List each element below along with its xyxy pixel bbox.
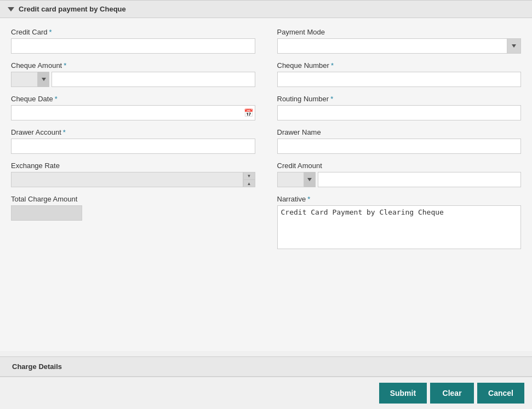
credit-currency-select[interactable] [277, 172, 316, 187]
payment-mode-wrapper [277, 38, 522, 54]
routing-number-label: Routing Number* [277, 95, 522, 103]
cheque-number-input[interactable] [277, 72, 522, 87]
left-column: Credit Card* Cheque Amount* [11, 28, 255, 258]
total-charge-row: Total Charge Amount [11, 195, 255, 221]
cancel-button[interactable]: Cancel [477, 383, 524, 404]
drawer-name-input[interactable] [277, 139, 522, 154]
credit-card-row: Credit Card* [11, 28, 255, 54]
payment-mode-label: Payment Mode [277, 28, 522, 36]
exchange-rate-label: Exchange Rate [11, 162, 255, 170]
exchange-rate-input[interactable] [11, 172, 243, 187]
drawer-account-row: Drawer Account* [11, 128, 255, 154]
credit-card-input[interactable] [11, 38, 255, 54]
cheque-date-label: Cheque Date* [11, 95, 255, 103]
credit-card-section-header[interactable]: Credit card payment by Cheque [0, 0, 532, 18]
cheque-date-row: Cheque Date* 📅 [11, 95, 255, 120]
collapse-icon [8, 7, 14, 11]
section-title: Credit card payment by Cheque [19, 5, 126, 13]
cheque-date-wrapper: 📅 [11, 105, 255, 120]
cheque-date-input[interactable] [11, 105, 255, 120]
calendar-icon[interactable]: 📅 [244, 108, 253, 117]
routing-number-row: Routing Number* [277, 95, 522, 120]
charge-details-title: Charge Details [12, 362, 62, 371]
cheque-number-label: Cheque Number* [277, 61, 522, 70]
credit-card-label: Credit Card* [11, 28, 255, 36]
cheque-amount-inputs [11, 72, 255, 87]
exchange-rate-spinner: ▼ ▲ [11, 172, 255, 187]
footer-bar: Submit Clear Cancel [0, 377, 532, 409]
submit-button[interactable]: Submit [379, 383, 427, 404]
credit-amount-input[interactable] [318, 172, 522, 187]
narrative-row: Narrative* Credit Card Payment by Cleari… [277, 195, 522, 251]
cheque-currency-wrapper [11, 72, 49, 87]
exchange-rate-row: Exchange Rate ▼ ▲ [11, 162, 255, 187]
cheque-amount-input[interactable] [52, 72, 255, 87]
drawer-name-label: Drawer Name [277, 128, 522, 136]
credit-amount-label: Credit Amount [277, 162, 522, 170]
right-column: Payment Mode Cheque Number* [277, 28, 522, 258]
spinner-buttons: ▼ ▲ [243, 172, 255, 187]
spinner-down-btn[interactable]: ▼ [243, 172, 255, 180]
main-container: Credit card payment by Cheque Credit Car… [0, 0, 532, 409]
total-charge-label: Total Charge Amount [11, 195, 255, 203]
credit-amount-inputs [277, 172, 522, 187]
credit-amount-row: Credit Amount [277, 162, 522, 187]
spinner-up-btn[interactable]: ▲ [243, 180, 255, 187]
routing-number-input[interactable] [277, 105, 522, 120]
credit-currency-wrapper [277, 172, 316, 187]
payment-mode-select[interactable] [277, 38, 522, 54]
total-charge-value [11, 205, 82, 221]
cheque-currency-select[interactable] [11, 72, 49, 87]
drawer-name-row: Drawer Name [277, 128, 522, 154]
payment-mode-row: Payment Mode [277, 28, 522, 54]
narrative-label: Narrative* [277, 195, 522, 203]
form-grid: Credit Card* Cheque Amount* [11, 28, 521, 258]
drawer-account-input[interactable] [11, 139, 255, 154]
charge-details-section[interactable]: Charge Details [0, 356, 532, 377]
narrative-textarea[interactable]: Credit Card Payment by Clearing Cheque [277, 205, 522, 249]
clear-button[interactable]: Clear [430, 383, 474, 404]
cheque-amount-row: Cheque Amount* [11, 61, 255, 87]
cheque-number-row: Cheque Number* [277, 61, 522, 87]
cheque-amount-label: Cheque Amount* [11, 61, 255, 70]
drawer-account-label: Drawer Account* [11, 128, 255, 136]
form-area: Credit Card* Cheque Amount* [0, 18, 532, 351]
